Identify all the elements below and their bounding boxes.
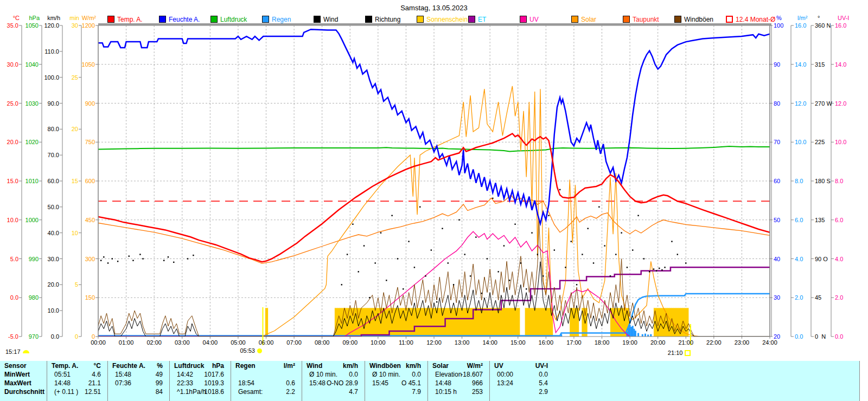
table-value: 2.2: [235, 388, 295, 396]
legend-item-wind[interactable]: Wind: [314, 16, 338, 23]
table-divider: [231, 361, 231, 401]
table-value: 253: [432, 388, 483, 396]
axis-tick-label: 2.0: [795, 294, 803, 301]
series-richtung: [554, 249, 555, 250]
x-axis-label: 05:00: [225, 339, 251, 346]
legend-item-regen[interactable]: Regen: [262, 16, 291, 23]
table-divider: [365, 361, 365, 401]
series-sonnenschein: [570, 308, 579, 337]
series-regen-rate: [629, 325, 631, 337]
x-axis-label: 02:00: [141, 339, 167, 346]
series-richtung: [352, 224, 353, 225]
series-richtung: [685, 262, 686, 263]
legend-swatch-icon: [674, 16, 681, 23]
axis-tick-label: 10: [51, 230, 78, 236]
series-richtung: [537, 254, 538, 255]
series-richtung: [514, 224, 515, 225]
legend-swatch-icon: [571, 16, 578, 23]
series-regen-rate: [637, 333, 639, 337]
axis-tick-label: 2.0: [835, 294, 843, 301]
table-divider: [489, 361, 490, 401]
axis-tick-label: 300: [68, 256, 95, 262]
series-regen-rate: [632, 326, 634, 337]
axis-tick-label: 12.0: [835, 100, 846, 107]
series-richtung: [380, 232, 381, 233]
series-richtung: [610, 275, 611, 276]
series-richtung: [653, 268, 654, 269]
series-richtung: [132, 260, 133, 261]
series-regen-rate: [647, 334, 649, 337]
series-sonnenschein: [525, 308, 553, 337]
series-richtung: [598, 206, 599, 208]
axis-tick-label: 8.0: [795, 178, 803, 184]
legend-label: 12.4 Monat-Ø: [736, 16, 775, 23]
series-richtung: [358, 271, 359, 272]
legend-item-feuchte-a-[interactable]: Feuchte A.: [159, 16, 200, 23]
axis-tick-label: 1020: [11, 139, 39, 145]
axis-tick-label: 1000: [11, 217, 39, 223]
series-richtung: [112, 258, 113, 259]
legend-item-uv[interactable]: UV: [520, 16, 539, 23]
legend-item-taupunkt[interactable]: Taupunkt: [623, 16, 659, 23]
x-axis-label: 14:00: [477, 339, 503, 346]
series-richtung: [632, 249, 633, 250]
legend-item-12-4-monat-[interactable]: 12.4 Monat-Ø: [726, 16, 775, 23]
legend-item-solar[interactable]: Solar: [571, 16, 596, 23]
axis-tick-label: 450: [68, 217, 95, 223]
series-richtung: [142, 258, 143, 259]
axis-tick-label: 10.0: [835, 139, 846, 145]
axis-unit-W/m²: W/m²: [69, 15, 96, 21]
series-richtung: [173, 262, 174, 263]
x-axis-label: 08:00: [309, 339, 335, 346]
series-regen-rate: [630, 327, 632, 337]
legend-swatch-icon: [107, 16, 114, 23]
table-value: O-NO 28.9: [307, 379, 358, 387]
axis-tick-label: 40: [774, 256, 780, 262]
series-richtung: [163, 260, 164, 261]
series-richtung: [117, 261, 118, 262]
legend-item-richtung[interactable]: Richtung: [365, 16, 400, 23]
x-axis-label: 24:00: [757, 339, 783, 346]
legend-item-sonnenschein[interactable]: Sonnenschein: [417, 16, 468, 23]
series-sonnenschein: [265, 308, 268, 337]
series-richtung: [571, 241, 572, 242]
legend-swatch-icon: [726, 16, 733, 23]
axis-tick-label: 135: [815, 217, 825, 223]
legend-item-et[interactable]: ET: [468, 16, 486, 23]
axis-tick-label: 20: [51, 126, 78, 132]
series-richtung: [448, 262, 449, 263]
sunset-time: 21:10: [668, 350, 691, 356]
series-richtung: [582, 254, 583, 255]
series-richtung: [649, 271, 650, 272]
axis-tick-label: 50.0: [32, 204, 59, 210]
axis-tick-label: 4.0: [795, 256, 803, 262]
legend-item-windb-en[interactable]: Windböen: [674, 16, 713, 23]
axis-tick-label: 1200: [68, 22, 95, 29]
table-value: -18.607: [432, 371, 483, 378]
series-richtung: [464, 254, 465, 255]
legend-swatch-icon: [314, 16, 321, 23]
legend-swatch-icon: [262, 16, 269, 23]
legend-label: Solar: [581, 16, 596, 23]
table-section-unit: hPa: [174, 362, 224, 370]
series-richtung: [193, 255, 194, 256]
series-richtung: [347, 254, 348, 255]
series-richtung: [458, 219, 459, 221]
axis-tick-label: 16.0: [835, 22, 846, 29]
series-richtung: [487, 258, 488, 259]
series-richtung: [671, 241, 672, 242]
table-section-unit: l/m²: [235, 362, 295, 370]
series-richtung: [520, 262, 521, 263]
axis-tick-label: 900: [68, 100, 95, 107]
series-richtung: [677, 254, 678, 255]
axis-tick-label: 750: [68, 139, 95, 145]
axis-tick-label: 5: [51, 281, 78, 288]
series-richtung: [492, 198, 493, 199]
legend-label: Regen: [272, 16, 291, 23]
legend-item-temp-a-[interactable]: Temp. A.: [107, 16, 143, 23]
legend-item-luftdruck[interactable]: Luftdruck: [210, 16, 247, 23]
axis-tick-label: 14.0: [835, 61, 846, 68]
table-divider: [859, 361, 860, 401]
axis-tick-label: 270 W: [815, 100, 832, 107]
table-value: 0.0: [494, 371, 548, 378]
